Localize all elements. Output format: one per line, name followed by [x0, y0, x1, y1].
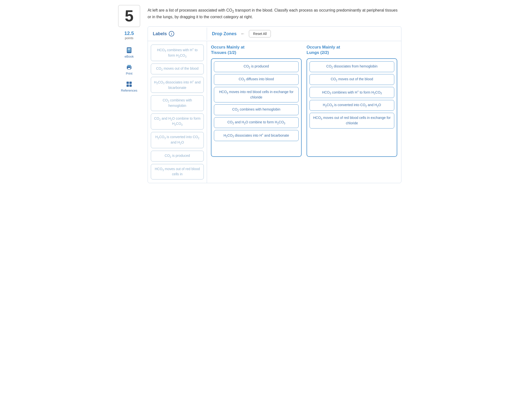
points-value: 12.5 — [124, 31, 134, 36]
drop-zones-title: Drop Zones — [212, 31, 237, 36]
drop-zone-lungs: Occurs Mainly atLungs (2/2) CO2 dissocia… — [307, 45, 397, 179]
labels-column: HCO3 combines with H+ to form H2CO3 CO2 … — [148, 41, 207, 183]
drop-zone-tissues: Occurs Mainly atTissues (1/2) CO2 is pro… — [211, 45, 302, 179]
label-item[interactable]: CO2 and H2O combine to form H2CO3 — [151, 113, 204, 130]
drop-item[interactable]: CO2 combines with hemoglobin — [214, 104, 299, 115]
references-icon — [126, 81, 133, 88]
question-header: At left are a list of processes associat… — [148, 5, 401, 22]
drop-item[interactable]: HCO3 moves into red blood cells in excha… — [214, 87, 299, 102]
reset-all-button[interactable]: Reset All — [249, 30, 271, 37]
svg-rect-10 — [127, 84, 129, 87]
references-button[interactable]: References — [116, 79, 143, 94]
svg-rect-11 — [129, 84, 132, 87]
ebook-button[interactable]: eBook — [116, 45, 143, 60]
header-labels-section: Labels i — [148, 28, 207, 40]
svg-rect-5 — [127, 65, 131, 67]
sidebar: 5 12.5 points eBook — [116, 5, 143, 183]
label-item[interactable]: H2CO3 is converted into CO2 and H2O — [151, 132, 204, 148]
points-section: 12.5 points — [124, 31, 134, 40]
drop-item[interactable]: H2CO3 is converted into CO2 and H2O — [310, 100, 394, 111]
question-text: At left are a list of processes associat… — [148, 7, 401, 20]
svg-rect-2 — [128, 48, 131, 49]
arrow-left-button[interactable]: ← — [240, 31, 246, 37]
drag-drop-body: HCO3 combines with H+ to form H2CO3 CO2 … — [148, 41, 401, 183]
references-label: References — [121, 89, 137, 92]
svg-point-7 — [130, 67, 131, 68]
drop-item[interactable]: CO2 diffuses into blood — [214, 74, 299, 85]
drop-item[interactable]: H2CO3 dissociates into H+ and bicarbonat… — [214, 130, 299, 141]
tissues-title: Occurs Mainly atTissues (1/2) — [211, 45, 302, 55]
drop-item[interactable]: CO2 and H2O combine to form H2CO3 — [214, 117, 299, 128]
drop-item[interactable]: HCO3 combines with H+ to form H2CO3 — [310, 87, 394, 98]
svg-rect-3 — [128, 49, 130, 50]
sidebar-actions: eBook Print References — [116, 45, 143, 94]
print-button[interactable]: Print — [116, 62, 143, 77]
print-label: Print — [126, 72, 133, 75]
lungs-title: Occurs Mainly atLungs (2/2) — [307, 45, 397, 55]
lungs-drop-area[interactable]: CO2 dissociates from hemoglobin CO2 move… — [307, 58, 397, 157]
drop-zones-column: Occurs Mainly atTissues (1/2) CO2 is pro… — [207, 41, 401, 183]
svg-rect-8 — [127, 82, 129, 84]
label-item[interactable]: HCO3 combines with H+ to form H2CO3 — [151, 45, 204, 61]
drop-item[interactable]: HCO3 moves out of red blood cells in exc… — [310, 113, 394, 128]
label-item[interactable]: CO2 moves out of the blood — [151, 64, 204, 74]
tissues-drop-area[interactable]: CO2 is produced CO2 diffuses into blood … — [211, 58, 302, 157]
drop-item[interactable]: CO2 is produced — [214, 61, 299, 72]
question-number: 5 — [118, 5, 140, 27]
drop-item[interactable]: CO2 moves out of the blood — [310, 74, 394, 85]
points-label: points — [124, 36, 134, 40]
drag-drop-container: Labels i Drop Zones ← Reset All HCO3 com… — [148, 26, 401, 183]
ebook-label: eBook — [125, 55, 134, 58]
labels-title: Labels — [153, 31, 167, 36]
main-content: At left are a list of processes associat… — [148, 5, 401, 183]
label-item[interactable]: H2CO3 dissociates into H+ and bicarbonat… — [151, 77, 204, 93]
header-drop-zones-section: Drop Zones ← Reset All — [207, 27, 401, 41]
drop-item[interactable]: CO2 dissociates from hemoglobin — [310, 61, 394, 72]
ebook-icon — [126, 47, 133, 54]
label-item[interactable]: HCO3 moves out of red blood cells in — [151, 164, 204, 179]
svg-rect-9 — [129, 82, 132, 84]
label-item[interactable]: CO2 combines with hemoglobin — [151, 95, 204, 111]
drag-drop-header: Labels i Drop Zones ← Reset All — [148, 27, 401, 41]
print-icon — [126, 64, 133, 71]
info-button[interactable]: i — [169, 31, 174, 36]
svg-rect-6 — [128, 68, 131, 69]
label-item[interactable]: CO2 is produced — [151, 151, 204, 162]
